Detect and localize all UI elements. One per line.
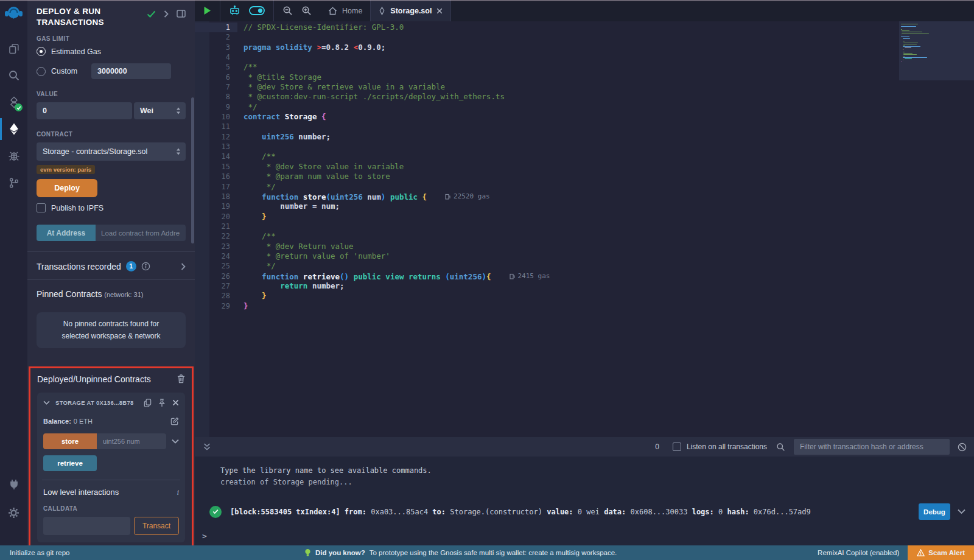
- info-icon[interactable]: i: [177, 488, 179, 497]
- trash-icon[interactable]: [177, 374, 185, 383]
- select-arrows-icon: [176, 148, 181, 155]
- balance-value: 0 ETH: [74, 418, 93, 425]
- tx-listen-count: 0: [655, 443, 659, 451]
- terminal-search-icon[interactable]: [776, 443, 785, 452]
- info-icon[interactable]: [141, 262, 150, 271]
- unit-select[interactable]: Wei: [134, 102, 186, 119]
- panel-scrollbar[interactable]: [191, 97, 194, 243]
- tab-home[interactable]: Home: [320, 0, 370, 21]
- listen-label: Listen on all transactions: [687, 443, 767, 451]
- settings-gear-icon[interactable]: [0, 499, 27, 526]
- calldata-label: CALLDATA: [43, 505, 179, 512]
- panel-title: DEPLOY & RUN TRANSACTIONS: [37, 6, 128, 28]
- publish-ipfs-checkbox[interactable]: Publish to IPFS: [37, 203, 186, 212]
- radio-unselected-icon[interactable]: [37, 67, 46, 76]
- code-line: return number;: [244, 281, 898, 291]
- code-editor[interactable]: 1234567891011121314151617181920212223242…: [195, 21, 974, 437]
- plugin-manager-icon[interactable]: [0, 471, 27, 498]
- value-input[interactable]: 0: [37, 102, 132, 119]
- retrieve-button[interactable]: retrieve: [43, 455, 97, 471]
- code-content[interactable]: // SPDX-License-Identifier: GPL-3.0 prag…: [244, 23, 898, 311]
- transact-button[interactable]: Transact: [134, 517, 179, 535]
- ai-copilot-icon[interactable]: [229, 5, 240, 16]
- transactions-recorded-row[interactable]: Transactions recorded 1: [37, 261, 186, 271]
- listen-checkbox[interactable]: [673, 443, 681, 451]
- zoom-out-icon[interactable]: [282, 5, 293, 16]
- line-numbers: 1234567891011121314151617181920212223242…: [195, 23, 237, 311]
- code-line: [244, 32, 898, 42]
- solidity-compiler-icon[interactable]: [0, 89, 27, 116]
- debugger-icon[interactable]: [0, 142, 27, 169]
- collapse-terminal-icon[interactable]: [203, 443, 211, 451]
- instance-label[interactable]: STORAGE AT 0X136...8B78: [55, 399, 134, 406]
- deploy-button[interactable]: Deploy: [37, 179, 97, 197]
- custom-gas-radio[interactable]: Custom 3000000: [37, 63, 186, 79]
- close-icon[interactable]: [172, 399, 179, 406]
- code-line: }: [244, 301, 898, 311]
- terminal-prompt[interactable]: >: [202, 531, 207, 541]
- status-bar: Initialize as git repo Did you know? To …: [0, 545, 974, 560]
- tx-summary: [block:5583405 txIndex:4] from: 0xa03...…: [230, 508, 811, 516]
- expand-tx-log-icon[interactable]: [958, 509, 965, 514]
- radio-selected-icon[interactable]: [37, 47, 46, 56]
- tx-success-icon: [209, 506, 222, 518]
- run-script-icon[interactable]: [203, 6, 211, 15]
- did-you-know-tip: Did you know? To prototype using the Gno…: [304, 548, 617, 557]
- deploy-run-icon[interactable]: [0, 116, 27, 142]
- calldata-input[interactable]: [43, 517, 130, 535]
- code-line: [244, 222, 898, 231]
- custom-gas-input[interactable]: 3000000: [91, 63, 171, 79]
- pin-icon[interactable]: [158, 399, 166, 407]
- file-explorer-icon[interactable]: [0, 35, 27, 62]
- code-line: * @title Storage: [244, 72, 898, 82]
- deploy-run-panel: DEPLOY & RUN TRANSACTIONS GAS LIMIT Esti…: [27, 0, 195, 545]
- scam-alert-badge[interactable]: Scam Alert: [908, 545, 974, 560]
- debug-button[interactable]: Debug: [919, 503, 950, 520]
- code-line: number = num;: [244, 201, 898, 211]
- filter-input[interactable]: Filter with transaction hash or address: [794, 439, 950, 455]
- git-init-button[interactable]: Initialize as git repo: [0, 549, 69, 556]
- contract-instance-card: STORAGE AT 0X136...8B78 Balance: 0 ETH: [37, 393, 185, 542]
- close-tab-icon[interactable]: [436, 8, 443, 14]
- store-arg-input[interactable]: uint256 num: [97, 433, 166, 449]
- code-line: * @dev Store & retrieve value in a varia…: [244, 82, 898, 92]
- search-icon[interactable]: [0, 62, 27, 89]
- git-icon[interactable]: [0, 169, 27, 196]
- remix-ide: DEPLOY & RUN TRANSACTIONS GAS LIMIT Esti…: [0, 0, 974, 560]
- expand-tx-icon[interactable]: [181, 263, 186, 270]
- panel-pin-icon[interactable]: [177, 10, 186, 18]
- code-line: * @dev Store value in variable: [244, 162, 898, 172]
- minimap[interactable]: [899, 21, 974, 80]
- estimated-gas-radio[interactable]: Estimated Gas: [37, 47, 186, 56]
- annotation-red-box: Deployed/Unpinned Contracts STORAGE AT 0…: [29, 366, 194, 545]
- code-line: */: [244, 182, 898, 192]
- lightbulb-icon: [304, 548, 311, 557]
- panel-forward-icon[interactable]: [164, 10, 169, 18]
- low-level-title: Low level interactions: [43, 488, 119, 497]
- code-line: * @return value of 'number': [244, 251, 898, 261]
- activity-bar: [0, 0, 27, 545]
- zoom-in-icon[interactable]: [301, 5, 312, 16]
- checkbox-icon[interactable]: [37, 203, 46, 212]
- tab-storage-sol[interactable]: Storage.sol: [370, 0, 451, 21]
- block-icon[interactable]: [958, 443, 967, 452]
- copy-icon[interactable]: [144, 399, 152, 407]
- pinned-contracts-title: Pinned Contracts (network: 31): [37, 289, 186, 299]
- compile-success-badge: [15, 103, 23, 111]
- copilot-status[interactable]: RemixAI Copilot (enabled): [818, 549, 899, 556]
- collapse-chevron-icon[interactable]: [43, 401, 50, 405]
- code-line: function retrieve() public view returns …: [244, 271, 898, 281]
- transaction-log-row[interactable]: [block:5583405 txIndex:4] from: 0xa03...…: [195, 503, 974, 520]
- divider: [27, 251, 195, 252]
- edit-icon[interactable]: [170, 417, 179, 425]
- window-top-edge: [0, 0, 974, 1]
- select-arrows-icon: [176, 107, 181, 114]
- terminal[interactable]: Type the library name to see available c…: [195, 457, 974, 545]
- remix-logo[interactable]: [4, 4, 23, 23]
- copilot-toggle[interactable]: [249, 6, 265, 15]
- contract-select[interactable]: Storage - contracts/Storage.sol: [37, 142, 186, 161]
- store-button[interactable]: store: [43, 433, 97, 449]
- expand-args-icon[interactable]: [172, 439, 179, 444]
- at-address-button[interactable]: At Address: [37, 225, 96, 241]
- at-address-input[interactable]: Load contract from Addre: [96, 225, 186, 241]
